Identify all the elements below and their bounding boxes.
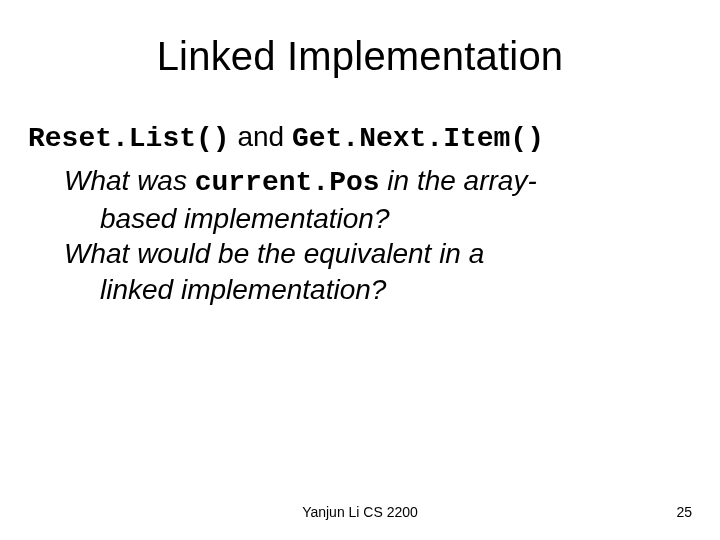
code-getnextitem: Get.Next.Item(): [292, 123, 544, 154]
slide-footer: Yanjun Li CS 2200 25: [0, 504, 720, 520]
slide: Linked Implementation Reset.List() and G…: [0, 0, 720, 540]
question-2: What would be the equivalent in a linked…: [28, 236, 692, 308]
page-number: 25: [676, 504, 692, 520]
q1-line2: based implementation?: [100, 201, 692, 237]
q1-pre: What was: [64, 165, 195, 196]
q1-line1: What was current.Pos in the array-: [64, 163, 692, 201]
footer-author: Yanjun Li CS 2200: [0, 504, 720, 520]
code-currentpos: current.Pos: [195, 167, 380, 198]
functions-line: Reset.List() and Get.Next.Item(): [28, 119, 692, 157]
slide-body: Reset.List() and Get.Next.Item() What wa…: [28, 119, 692, 308]
q2-line2: linked implementation?: [100, 272, 692, 308]
slide-title: Linked Implementation: [28, 34, 692, 79]
code-resetlist: Reset.List(): [28, 123, 230, 154]
q1-post: in the array-: [380, 165, 537, 196]
q2-line1: What would be the equivalent in a: [64, 236, 692, 272]
text-and: and: [230, 121, 292, 152]
question-1: What was current.Pos in the array- based…: [28, 163, 692, 237]
